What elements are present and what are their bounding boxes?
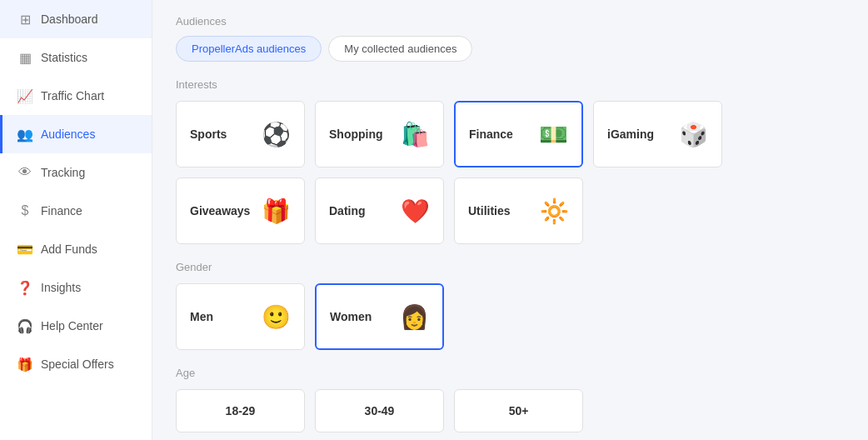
age-section-label: Age xyxy=(176,367,845,379)
add-funds-icon: 💳 xyxy=(17,242,32,257)
insights-icon: ❓ xyxy=(17,280,32,295)
age-label-50-plus: 50+ xyxy=(509,404,529,418)
gender-section-label: Gender xyxy=(176,261,845,273)
interest-label-giveaways: Giveaways xyxy=(190,204,250,218)
giveaways-icon: 🎁 xyxy=(262,198,291,225)
sidebar-label-finance: Finance xyxy=(41,204,82,218)
sidebar-label-traffic-chart: Traffic Chart xyxy=(41,89,104,102)
gender-card-men[interactable]: Men 🙂 xyxy=(176,283,305,350)
tab-bar: PropellerAds audiences My collected audi… xyxy=(176,36,845,62)
sidebar-label-insights: Insights xyxy=(41,281,81,294)
interests-section-label: Interests xyxy=(176,78,845,91)
sidebar-item-dashboard[interactable]: ⊞ Dashboard xyxy=(0,0,152,38)
age-grid: 18-29 30-49 50+ xyxy=(176,389,845,432)
interest-label-igaming: iGaming xyxy=(607,128,654,141)
sidebar-label-audiences: Audiences xyxy=(41,128,95,141)
sidebar-item-traffic-chart[interactable]: 📈 Traffic Chart xyxy=(0,77,152,115)
statistics-icon: ▦ xyxy=(17,50,32,65)
age-card-18-29[interactable]: 18-29 xyxy=(176,389,305,432)
main-content: Audiences PropellerAds audiences My coll… xyxy=(152,0,868,440)
sports-icon: ⚽ xyxy=(262,121,291,148)
sidebar-item-add-funds[interactable]: 💳 Add Funds xyxy=(0,230,152,268)
interest-card-giveaways[interactable]: Giveaways 🎁 xyxy=(176,178,305,244)
sidebar-label-statistics: Statistics xyxy=(41,51,87,64)
age-card-30-49[interactable]: 30-49 xyxy=(315,389,444,432)
interest-label-sports: Sports xyxy=(190,128,227,141)
sidebar-item-tracking[interactable]: 👁 Tracking xyxy=(0,153,152,192)
tab-propellerads-audiences[interactable]: PropellerAds audiences xyxy=(176,36,322,62)
gender-label-men: Men xyxy=(190,310,213,323)
special-offers-icon: 🎁 xyxy=(17,357,32,372)
interest-card-finance[interactable]: Finance 💵 xyxy=(454,101,583,168)
gender-grid: Men 🙂 Women 👩 xyxy=(176,283,845,350)
interest-card-dating[interactable]: Dating ❤️ xyxy=(315,178,444,244)
tab-my-collected-audiences[interactable]: My collected audiences xyxy=(328,36,472,62)
sidebar-label-add-funds: Add Funds xyxy=(41,242,97,256)
tracking-icon: 👁 xyxy=(17,165,32,180)
age-label-18-29: 18-29 xyxy=(226,404,256,418)
sidebar: ⊞ Dashboard ▦ Statistics 📈 Traffic Chart… xyxy=(0,0,152,440)
sidebar-item-finance[interactable]: $ Finance xyxy=(0,192,152,230)
sidebar-label-dashboard: Dashboard xyxy=(41,12,98,26)
sidebar-item-statistics[interactable]: ▦ Statistics xyxy=(0,38,152,77)
dashboard-icon: ⊞ xyxy=(17,12,32,27)
gender-label-women: Women xyxy=(330,310,372,323)
sidebar-item-audiences[interactable]: 👥 Audiences xyxy=(0,115,152,153)
interest-card-igaming[interactable]: iGaming 🎲 xyxy=(593,101,722,168)
sidebar-item-help-center[interactable]: 🎧 Help Center xyxy=(0,307,152,345)
sidebar-label-tracking: Tracking xyxy=(41,166,85,179)
dating-icon: ❤️ xyxy=(401,198,430,225)
igaming-icon: 🎲 xyxy=(679,121,708,148)
women-icon: 👩 xyxy=(400,303,429,331)
finance-icon: $ xyxy=(17,203,32,218)
age-label-30-49: 30-49 xyxy=(365,404,395,418)
age-card-50-plus[interactable]: 50+ xyxy=(454,389,583,432)
sidebar-item-special-offers[interactable]: 🎁 Special Offers xyxy=(0,345,152,383)
interest-label-dating: Dating xyxy=(329,204,366,218)
sidebar-item-insights[interactable]: ❓ Insights xyxy=(0,268,152,307)
sidebar-label-special-offers: Special Offers xyxy=(41,358,114,371)
interest-label-shopping: Shopping xyxy=(329,128,383,141)
traffic-chart-icon: 📈 xyxy=(17,88,32,103)
gender-card-women[interactable]: Women 👩 xyxy=(315,283,444,350)
interest-card-shopping[interactable]: Shopping 🛍️ xyxy=(315,101,444,168)
audiences-icon: 👥 xyxy=(17,127,32,142)
audiences-title: Audiences xyxy=(176,15,845,28)
interest-card-utilities[interactable]: Utilities 🔆 xyxy=(454,178,583,244)
interest-label-finance: Finance xyxy=(469,128,513,141)
interest-card-sports[interactable]: Sports ⚽ xyxy=(176,101,305,168)
utilities-icon: 🔆 xyxy=(540,198,569,225)
interests-grid: Sports ⚽ Shopping 🛍️ Finance 💵 iGaming 🎲… xyxy=(176,101,845,244)
sidebar-label-help-center: Help Center xyxy=(41,319,103,332)
shopping-icon: 🛍️ xyxy=(401,121,430,148)
men-icon: 🙂 xyxy=(262,303,291,331)
interest-label-utilities: Utilities xyxy=(468,204,511,218)
finance-interest-icon: 💵 xyxy=(539,121,568,148)
help-center-icon: 🎧 xyxy=(17,318,32,333)
